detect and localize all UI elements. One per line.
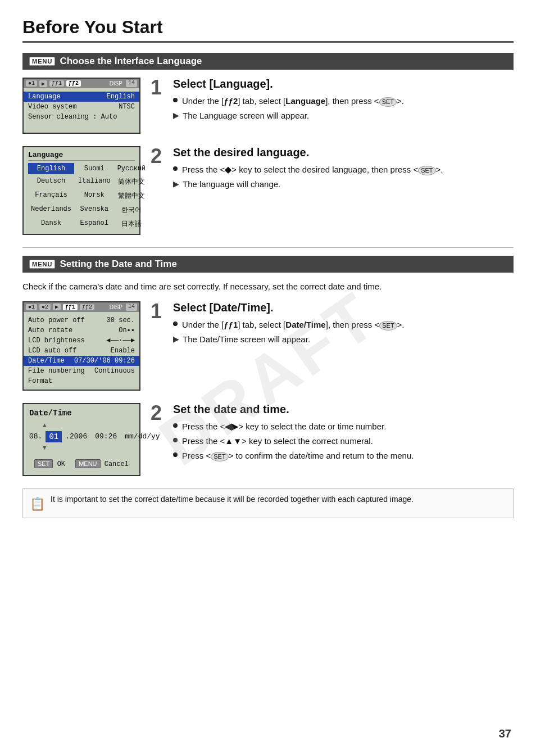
step4-bullet3: Press <SET> to confirm the date/time and… — [173, 450, 514, 461]
step3-number: 1 — [151, 301, 162, 322]
lcd-row-video: Video system NTSC — [28, 102, 135, 112]
bullet-dot-6 — [173, 452, 178, 457]
lang-nederlands: Nederlands — [28, 203, 74, 216]
section1-step1: ●1 ▶ ƒƒ1 ƒƒ2 DISP 14 Language English Vi… — [22, 78, 514, 134]
step2-bullet2-arrow: ▶ The language will change. — [173, 178, 514, 190]
section1-step2: Language English Suomi Русский Deutsch I… — [22, 146, 514, 235]
step3-content: 1 Select [Date/Time]. Under the [ƒƒ1] ta… — [151, 301, 514, 348]
lang-espanol: Español — [75, 218, 113, 230]
step4-bullet2: Press the <▲▼> key to select the correct… — [173, 435, 514, 447]
tab2-play: ▶ — [53, 304, 61, 310]
section2-intro: Check if the camera's date and time are … — [22, 280, 514, 293]
lang-screen-title: Language — [28, 151, 135, 161]
menu-badge-1: MENU — [29, 57, 55, 66]
lang-grid: English Suomi Русский Deutsch Italiano 简… — [28, 163, 135, 230]
tab-ft1: ƒƒ1 — [49, 80, 64, 87]
bullet-dot-3 — [173, 322, 178, 326]
tab2-cam1: ●1 — [26, 304, 37, 310]
tab-num: 14 — [126, 80, 137, 87]
lang-english: English — [28, 163, 74, 174]
menu-badge-2: MENU — [29, 260, 55, 269]
lang-italiano: Italiano — [75, 175, 113, 188]
datetime-bottom-bar: SET OK MENU Cancel — [29, 460, 134, 468]
set-ok-badge: SET — [34, 459, 53, 468]
tab-cam1: ●1 — [26, 80, 37, 87]
step3-title: Select [Date/Time]. — [173, 301, 514, 314]
section1-title: Choose the Interface Language — [60, 56, 202, 67]
page-number: 37 — [499, 727, 511, 740]
section2-title: Setting the Date and Time — [60, 259, 176, 270]
lang-chinese-trad: 繁體中文 — [115, 189, 148, 202]
bullet-dot — [173, 98, 178, 102]
lcd2-row-datetime: Date/Time 07/30/'06 09:26 — [24, 356, 139, 366]
lcd-row-language: Language English — [24, 92, 139, 102]
lang-suomi: Suomi — [75, 163, 113, 174]
step1-number: 1 — [151, 78, 162, 98]
step2-bullet1: Press the <◆> key to select the desired … — [173, 164, 514, 175]
lang-chinese-simp: 简体中文 — [115, 175, 148, 188]
tab2-cam2: ●2 — [39, 304, 51, 310]
step4-content: 2 Set the date and time. Press the <◀▶> … — [151, 403, 514, 464]
section2-step1: ●1 ●2 ▶ ƒƒ1 ƒƒ2 DISP 14 Auto power off 3… — [22, 301, 514, 391]
tab2-ft2: ƒƒ2 — [80, 304, 94, 310]
tab-ft2-active: ƒƒ2 — [66, 80, 81, 87]
disp-badge: DISP — [108, 80, 124, 87]
note-text: It is important to set the correct date/… — [51, 494, 414, 505]
bullet-dot-5 — [173, 438, 178, 442]
step1-body: Under the [ƒƒ2] tab, select [Language], … — [173, 95, 514, 121]
lcd2-row-autopower: Auto power off 30 sec. — [28, 315, 135, 325]
step3-body: Under the [ƒƒ1] tab, select [Date/Time],… — [173, 319, 514, 345]
lcd2-row-autorotate: Auto rotate On▪▪ — [28, 325, 135, 336]
note-box: 📋 It is important to set the correct dat… — [22, 488, 514, 518]
section2-step2: Date/Time ▲ 08. 01 .2006 09:26 mm/dd/yy … — [22, 403, 514, 476]
arrow-icon: ▶ — [173, 110, 179, 121]
section1-header: MENU Choose the Interface Language — [22, 53, 514, 70]
step3-screen: ●1 ●2 ▶ ƒƒ1 ƒƒ2 DISP 14 Auto power off 3… — [22, 301, 140, 391]
step1-bullet1: Under the [ƒƒ2] tab, select [Language], … — [173, 95, 514, 107]
datetime-screen-title: Date/Time — [29, 409, 134, 418]
step4-screen: Date/Time ▲ 08. 01 .2006 09:26 mm/dd/yy … — [22, 403, 140, 476]
menu-cancel-badge: MENU — [75, 459, 100, 468]
lcd2-row-lcdbrightness: LCD brightness ◄——·——► — [28, 336, 135, 346]
step2-content: 2 Set the desired language. Press the <◆… — [151, 146, 514, 193]
disp-badge-2: DISP — [108, 304, 124, 311]
bullet-dot-4 — [173, 423, 178, 428]
lang-deutsch: Deutsch — [28, 175, 74, 188]
tab2-ft1-active: ƒƒ1 — [63, 304, 78, 310]
step3-bullet1: Under the [ƒƒ1] tab, select [Date/Time],… — [173, 319, 514, 331]
lcd2-row-lcdauto: LCD auto off Enable — [28, 346, 135, 356]
lang-russian: Русский — [115, 163, 148, 174]
note-icon: 📋 — [30, 495, 45, 513]
step4-bullet1: Press the <◀▶> key to select the date or… — [173, 420, 514, 432]
step2-number: 2 — [151, 146, 162, 166]
section-divider — [22, 247, 514, 248]
step1-title: Select [Language]. — [173, 78, 514, 90]
step2-body: Press the <◆> key to select the desired … — [173, 164, 514, 190]
step2-title: Set the desired language. — [173, 146, 514, 159]
bullet-dot-2 — [173, 166, 178, 171]
arrow-up-date: ▲ — [43, 422, 47, 429]
step4-number: 2 — [151, 403, 162, 423]
tab-play: ▶ — [39, 80, 47, 87]
step1-bullet2-arrow: ▶ The Language screen will appear. — [173, 110, 514, 121]
lang-korean: 한국어 — [115, 203, 148, 216]
lcd2-row-filenumber: File numbering Continuous — [28, 366, 135, 376]
step1-screen: ●1 ▶ ƒƒ1 ƒƒ2 DISP 14 Language English Vi… — [22, 78, 140, 134]
lang-francais: Français — [28, 189, 74, 202]
tab2-num: 14 — [126, 304, 137, 311]
lcd-row-sensor: Sensor cleaning : Auto — [28, 112, 135, 122]
datetime-value-row: 08. 01 .2006 09:26 mm/dd/yy — [29, 431, 134, 442]
page-title: Before You Start — [22, 17, 514, 43]
lang-dansk: Dansk — [28, 218, 74, 230]
lang-norsk: Norsk — [75, 189, 113, 202]
step1-content: 1 Select [Language]. Under the [ƒƒ2] tab… — [151, 78, 514, 124]
lcd2-row-format: Format — [28, 376, 135, 386]
step2-screen: Language English Suomi Русский Deutsch I… — [22, 146, 140, 235]
lang-svenska: Svenska — [75, 203, 113, 216]
arrow-icon-3: ▶ — [173, 334, 179, 345]
arrow-icon-2: ▶ — [173, 179, 179, 190]
step4-title: Set the date and time. — [173, 403, 514, 416]
step3-bullet2-arrow: ▶ The Date/Time screen will appear. — [173, 333, 514, 345]
section2-header: MENU Setting the Date and Time — [22, 256, 514, 273]
datetime-day: 01 — [46, 431, 62, 442]
